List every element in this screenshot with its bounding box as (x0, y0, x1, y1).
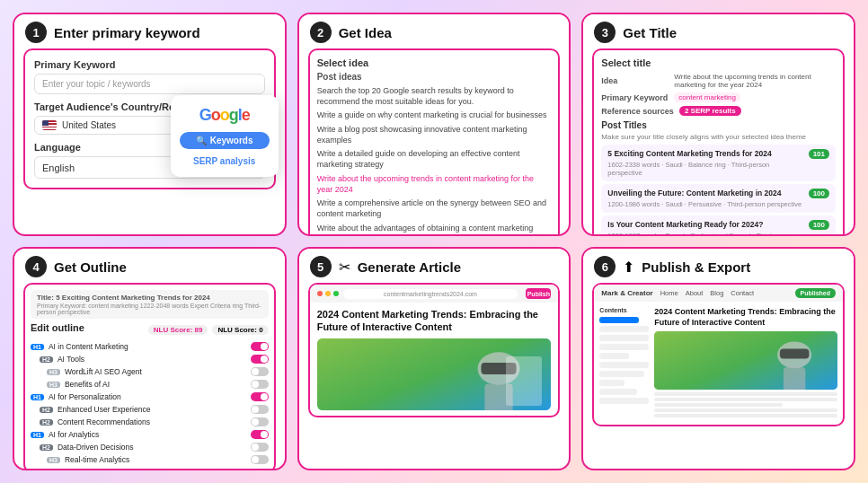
close-dot (317, 291, 323, 296)
title-text-0: 5 Exciting Content Marketing Trends for … (607, 149, 804, 159)
outline-item-4[interactable]: H1 AI for Personalization (31, 391, 269, 403)
sidebar-item-7[interactable] (599, 380, 624, 386)
nav-link-contact[interactable]: Contact (731, 289, 754, 297)
sidebar-item-1[interactable] (599, 326, 649, 332)
step-6-nav: Mark & Creator Home About Blog Contact P… (594, 285, 843, 302)
nav-link-about[interactable]: About (686, 289, 704, 297)
step-5-number: 5 (310, 256, 332, 277)
outline-text-9: Real-time Analytics (65, 455, 246, 464)
svg-rect-7 (784, 367, 805, 390)
google-popup: Google 🔍 Keywords SERP analysis (171, 95, 279, 177)
sidebar-item-6[interactable] (599, 371, 644, 377)
outline-text-6: Content Recommendations (58, 417, 246, 426)
title-card-0[interactable]: 5 Exciting Content Marketing Trends for … (601, 145, 836, 181)
svg-rect-2 (481, 363, 516, 374)
browser-url-bar[interactable]: contentmarketingtrends2024.com (343, 289, 518, 299)
outline-toggle-8[interactable] (251, 443, 269, 452)
idea-item-1[interactable]: Write a guide on why content marketing i… (317, 109, 552, 123)
article-image-svg (317, 338, 552, 410)
sidebar-item-8[interactable] (599, 389, 636, 395)
nav-link-blog[interactable]: Blog (710, 289, 723, 297)
step-5-content: contentmarketingtrends2024.com Publish 2… (299, 283, 570, 469)
step-1-title: Enter primary keyword (54, 25, 200, 40)
title-card-0-content: 5 Exciting Content Marketing Trends for … (607, 149, 804, 177)
title-meta-0: 1602-2338 words · Saudi · Balance ring ·… (607, 161, 804, 177)
outline-toggle-0[interactable] (251, 342, 269, 351)
outline-text-0: AI in Content Marketing (49, 342, 246, 351)
serp-badge[interactable]: 2 SERP results (679, 106, 741, 116)
idea-item-5[interactable]: Write a comprehensive article on the syn… (317, 197, 552, 221)
outline-toggle-3[interactable] (251, 380, 269, 389)
step-5-header: 5 ✂ Generate Article (299, 249, 570, 283)
outline-toggle-2[interactable] (251, 367, 269, 376)
sidebar-item-9[interactable] (599, 398, 649, 404)
sidebar-item-2[interactable] (599, 335, 649, 341)
step-6-body: Contents 2024 Content Marketing Trends: … (594, 302, 843, 425)
pk-label: Primary Keyword (601, 93, 669, 102)
outline-toggle-5[interactable] (251, 405, 269, 414)
outline-item-5[interactable]: H2 Enhanced User Experience (31, 403, 269, 416)
sidebar-item-4[interactable] (599, 353, 629, 359)
publish-btn-label[interactable]: Publish (527, 291, 550, 297)
step-5-article: 2024 Content Marketing Trends: Embracing… (310, 303, 559, 416)
step-2-header: 2 Get Idea (299, 14, 570, 48)
outline-item-2[interactable]: H3 WordLift AI SEO Agent (31, 365, 269, 378)
sidebar-item-3[interactable] (599, 344, 649, 350)
step-6-title: Publish & Export (642, 259, 750, 275)
sidebar-item-0[interactable] (599, 317, 639, 323)
idea-item-0[interactable]: Search the top 20 Google search results … (317, 84, 552, 109)
outline-toggle-1[interactable] (251, 355, 269, 364)
title-card-1[interactable]: Unveiling the Future: Content Marketing … (601, 184, 836, 213)
outline-item-1[interactable]: H2 AI Tools (31, 353, 269, 365)
outline-toggle-4[interactable] (251, 392, 269, 401)
google-keywords-button[interactable]: 🔍 Keywords (180, 132, 270, 149)
outline-text-4: AI for Personalization (49, 392, 246, 401)
idea-item-2[interactable]: Write a blog post showcasing innovative … (317, 123, 552, 147)
primary-keyword-input[interactable]: Enter your topic / keywords (34, 74, 265, 94)
step-6-article-image (654, 331, 837, 390)
step-5-article-image (317, 338, 552, 410)
outline-text-7: AI for Analytics (49, 430, 246, 439)
scissors-icon: ✂ (339, 259, 350, 276)
nav-link-home[interactable]: Home (660, 289, 678, 297)
outline-toggle-7[interactable] (251, 430, 269, 439)
step-5-article-title: 2024 Content Marketing Trends: Embracing… (317, 308, 552, 334)
outline-text-5: Enhanced User Experience (58, 405, 246, 414)
outline-item-6[interactable]: H2 Content Recommendations (31, 416, 269, 428)
nlu-score-0: NLU Score: 89 (148, 325, 208, 335)
text-line-2 (654, 398, 837, 401)
title-card-1-content: Unveiling the Future: Content Marketing … (607, 189, 802, 208)
idea-item-4[interactable]: Write about the upcoming trends in conte… (317, 172, 552, 197)
h2-badge-5: H2 (40, 407, 53, 413)
outline-item-9[interactable]: H3 Real-time Analytics (31, 453, 269, 466)
outline-item-3[interactable]: H3 Benefits of AI (31, 378, 269, 391)
step-3-card: 3 Get Title Select title Idea Write abou… (581, 13, 855, 236)
idea-item-3[interactable]: Write a detailed guide on developing an … (317, 147, 552, 171)
serp-analysis-link[interactable]: SERP analysis (193, 156, 255, 166)
search-icon: 🔍 (196, 136, 207, 145)
title-score-1: 100 (809, 189, 829, 198)
outline-item-0[interactable]: H1 AI in Content Marketing (31, 340, 269, 353)
title-text-1: Unveiling the Future: Content Marketing … (607, 189, 802, 198)
step-1-content: Primary Keyword Enter your topic / keywo… (14, 48, 285, 234)
outline-item-7[interactable]: H1 AI for Analytics (31, 428, 269, 441)
title-card-2[interactable]: Is Your Content Marketing Ready for 2024… (601, 215, 836, 234)
step-1-header: 1 Enter primary keyword (14, 14, 285, 48)
step-1-form: Primary Keyword Enter your topic / keywo… (23, 48, 276, 189)
maximize-dot (333, 291, 339, 296)
post-titles-hint: Make sure your title closely aligns with… (601, 133, 836, 141)
step-2-ideas: Select idea Post ideas Search the top 20… (308, 48, 561, 234)
outline-toggle-9[interactable] (251, 455, 269, 464)
sidebar-title: Contents (599, 307, 649, 313)
article-text-lines (654, 392, 837, 417)
sidebar-item-5[interactable] (599, 362, 649, 368)
outline-text-2: WordLift AI SEO Agent (65, 367, 246, 376)
step-6-number: 6 (594, 256, 616, 277)
idea-item-6[interactable]: Write about the advantages of obtaining … (317, 222, 552, 234)
step-3-number: 3 (594, 22, 616, 43)
outline-toggle-6[interactable] (251, 417, 269, 426)
step-4-outline: Title: 5 Exciting Content Marketing Tren… (23, 283, 276, 469)
step-4-header-title: Title: 5 Exciting Content Marketing Tren… (37, 294, 262, 302)
outline-item-8[interactable]: H2 Data-Driven Decisions (31, 441, 269, 453)
select-idea-title: Select idea (317, 57, 552, 68)
